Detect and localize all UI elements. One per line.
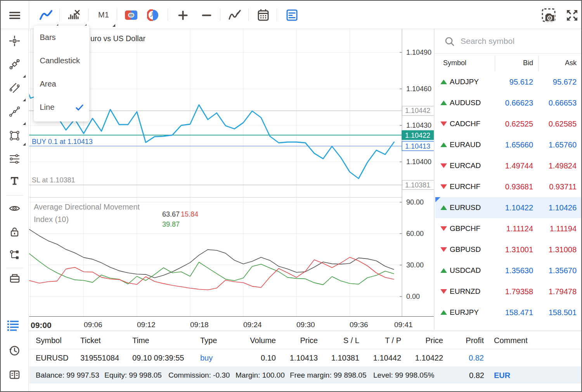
svg-text:1.10400: 1.10400 — [406, 158, 431, 166]
svg-text:1.10413: 1.10413 — [405, 142, 430, 150]
svg-text:1.10460: 1.10460 — [406, 85, 431, 93]
svg-text:0.00: 0.00 — [406, 293, 420, 300]
svg-text:SL at 1.10381: SL at 1.10381 — [32, 176, 75, 184]
svg-text:1.10430: 1.10430 — [406, 121, 431, 129]
svg-text:90.00: 90.00 — [406, 198, 424, 206]
svg-text:63.67: 63.67 — [162, 210, 180, 218]
svg-text:Average Directional Movement: Average Directional Movement — [34, 203, 140, 211]
svg-text:15.84: 15.84 — [181, 210, 198, 218]
svg-text:1.10422: 1.10422 — [405, 132, 430, 139]
svg-text:39.87: 39.87 — [162, 220, 180, 228]
svg-text:1.10490: 1.10490 — [406, 49, 431, 56]
svg-text:uro vs US Dollar: uro vs US Dollar — [90, 34, 146, 43]
svg-text:1.10442: 1.10442 — [405, 107, 430, 114]
svg-text:30.00: 30.00 — [406, 261, 424, 269]
svg-text:BUY 0.1 at 1.10413: BUY 0.1 at 1.10413 — [32, 138, 93, 146]
svg-text:1.10381: 1.10381 — [405, 181, 430, 189]
svg-text:Index (10): Index (10) — [34, 215, 69, 224]
svg-text:60.00: 60.00 — [406, 230, 424, 238]
